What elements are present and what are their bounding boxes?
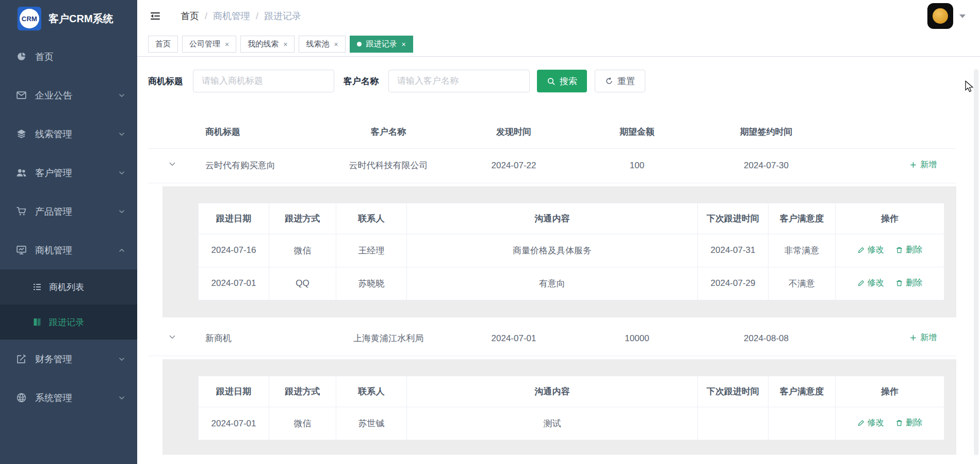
refresh-icon — [605, 77, 613, 85]
chevron-down-icon — [118, 394, 126, 402]
breadcrumb-current: 跟进记录 — [264, 10, 301, 22]
sidebar-item-announcements[interactable]: 企业公告 — [0, 76, 137, 115]
subcol-action: 操作 — [836, 376, 944, 407]
breadcrumb-separator: / — [205, 11, 207, 22]
edit-button[interactable]: 修改 — [857, 245, 884, 255]
edit-button[interactable]: 修改 — [857, 418, 884, 428]
customer-name-label: 客户名称 — [344, 75, 379, 87]
layers-icon — [15, 129, 27, 140]
breadcrumb-home[interactable]: 首页 — [181, 10, 199, 22]
dashboard-icon — [15, 51, 27, 62]
sidebar-item-dashboard[interactable]: 首页 — [0, 37, 137, 76]
tab-follow-records[interactable]: 跟进记录 × — [350, 36, 413, 53]
main-content: 商机标题 客户名称 搜索 重置 商机标题 客户名称 发现时间 — [137, 57, 980, 464]
cell-sign: 2024-08-08 — [706, 322, 827, 356]
tab-lead-pool[interactable]: 线索池 × — [299, 36, 345, 53]
sidebar-item-opportunities[interactable]: 商机管理 — [0, 231, 137, 269]
chevron-down-icon — [118, 91, 126, 100]
close-icon[interactable]: × — [402, 41, 406, 48]
add-followup-button[interactable]: 新增 — [909, 159, 937, 170]
subcol-satisfaction: 客户满意度 — [769, 376, 836, 407]
close-icon[interactable]: × — [225, 41, 229, 48]
book-icon — [32, 317, 42, 327]
close-icon[interactable]: × — [334, 41, 338, 48]
search-icon — [547, 77, 556, 86]
search-button[interactable]: 搜索 — [537, 70, 587, 92]
sidebar-menu: 首页 企业公告 线索管理 客户管理 — [0, 37, 137, 417]
pencil-icon — [857, 279, 865, 287]
cell-customer: 上海黄浦江水利局 — [318, 322, 459, 356]
users-icon — [15, 167, 27, 179]
subcol-next: 下次跟进时间 — [698, 376, 769, 407]
customer-name-input[interactable] — [388, 70, 530, 92]
subcol-next: 下次跟进时间 — [698, 203, 769, 234]
sidebar-collapse-icon[interactable] — [150, 10, 161, 22]
cell-found: 2024-07-22 — [459, 148, 568, 183]
chevron-down-icon — [118, 355, 126, 363]
subcol-content: 沟通内容 — [407, 376, 698, 407]
avatar-image — [933, 8, 948, 24]
cell-customer: 云时代科技有限公司 — [318, 148, 459, 183]
subcol-date: 跟进日期 — [199, 203, 269, 234]
monitor-chart-icon — [15, 245, 27, 256]
opportunity-table: 商机标题 客户名称 发现时间 期望金额 期望签约时间 云时代有购买意向 云时代科… — [148, 116, 956, 459]
cell-title: 新商机 — [197, 322, 318, 356]
followup-row: 2024-07-01 QQ 苏晓晓 有意向 2024-07-29 不满意 — [199, 267, 944, 300]
active-tab-dot — [357, 42, 362, 46]
followup-row: 2024-07-16 微信 王经理 商量价格及具体服务 2024-07-31 非… — [199, 234, 944, 267]
add-followup-button[interactable]: 新增 — [909, 332, 937, 343]
mail-icon — [15, 90, 27, 101]
row-expand-icon[interactable] — [148, 148, 197, 183]
edit-square-icon — [15, 354, 27, 365]
sidebar-subitem-opportunity-list[interactable]: 商机列表 — [0, 269, 137, 305]
app-title: 客户CRM系统 — [48, 12, 113, 26]
close-icon[interactable]: × — [283, 41, 287, 48]
sidebar-subitem-follow-records[interactable]: 跟进记录 — [0, 305, 137, 340]
list-icon — [32, 282, 42, 292]
sidebar-item-leads[interactable]: 线索管理 — [0, 115, 137, 153]
avatar[interactable] — [927, 3, 953, 29]
expanded-row-2: 跟进日期 跟进方式 联系人 沟通内容 下次跟进时间 客户满意度 操作 — [148, 356, 956, 459]
breadcrumb-section: 商机管理 — [213, 10, 250, 22]
tab-company-mgmt[interactable]: 公司管理 × — [182, 36, 236, 53]
row-expand-icon[interactable] — [148, 322, 197, 356]
search-form: 商机标题 客户名称 搜索 重置 — [148, 70, 956, 92]
opportunity-title-label: 商机标题 — [148, 75, 183, 87]
subcol-contact: 联系人 — [336, 203, 407, 234]
plus-icon — [909, 161, 917, 169]
delete-button[interactable]: 删除 — [895, 245, 922, 255]
subcol-content: 沟通内容 — [407, 203, 698, 234]
cell-title: 云时代有购买意向 — [197, 148, 318, 183]
tab-my-leads[interactable]: 我的线索 × — [240, 36, 295, 53]
tab-home[interactable]: 首页 — [148, 36, 178, 53]
sidebar-item-customers[interactable]: 客户管理 — [0, 153, 137, 192]
reset-button[interactable]: 重置 — [595, 70, 645, 92]
delete-button[interactable]: 删除 — [895, 278, 922, 289]
app-logo-row: CRM 客户CRM系统 — [0, 0, 137, 37]
sidebar-item-products[interactable]: 产品管理 — [0, 192, 137, 231]
tags-view-bar: 首页 公司管理 × 我的线索 × 线索池 × 跟进记录 × — [137, 32, 980, 57]
sidebar-item-system[interactable]: 系统管理 — [0, 378, 137, 417]
edit-button[interactable]: 修改 — [857, 278, 884, 289]
chevron-up-icon — [118, 246, 126, 254]
followup-header-row: 跟进日期 跟进方式 联系人 沟通内容 下次跟进时间 客户满意度 操作 — [199, 203, 944, 234]
followup-table-1: 跟进日期 跟进方式 联系人 沟通内容 下次跟进时间 客户满意度 操作 — [198, 203, 944, 300]
delete-button[interactable]: 删除 — [895, 418, 922, 428]
table-header-row: 商机标题 客户名称 发现时间 期望金额 期望签约时间 — [148, 116, 956, 148]
breadcrumb: 首页 / 商机管理 / 跟进记录 — [181, 10, 301, 22]
trash-icon — [895, 246, 903, 254]
sidebar-item-finance[interactable]: 财务管理 — [0, 340, 137, 378]
followup-table-2: 跟进日期 跟进方式 联系人 沟通内容 下次跟进时间 客户满意度 操作 — [198, 376, 944, 440]
followup-row: 2024-07-01 微信 苏世铖 测试 修改 — [199, 407, 944, 440]
breadcrumb-separator: / — [256, 11, 258, 22]
plus-icon — [909, 334, 917, 342]
vertical-scrollbar[interactable] — [974, 69, 978, 455]
app-logo-text: CRM — [20, 9, 39, 28]
trash-icon — [895, 279, 903, 287]
opportunity-title-input[interactable] — [193, 70, 334, 92]
pencil-icon — [857, 419, 865, 427]
col-sign: 期望签约时间 — [706, 116, 827, 148]
user-menu-caret-icon[interactable] — [959, 14, 966, 18]
chevron-down-icon — [118, 130, 126, 138]
header-right — [927, 3, 966, 29]
